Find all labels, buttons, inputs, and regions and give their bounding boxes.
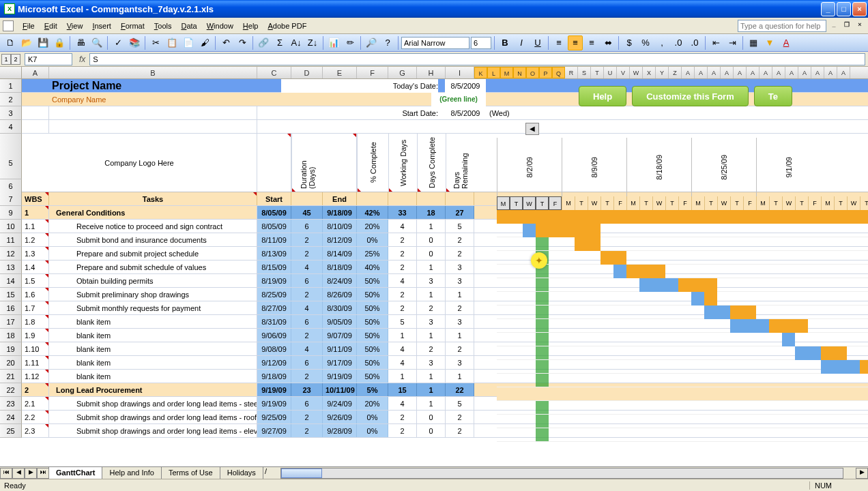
col-header-narrow-1[interactable]: L xyxy=(487,67,500,78)
mdi-minimize-button[interactable]: _ xyxy=(828,21,839,31)
col-header-narrow-27[interactable]: A xyxy=(824,67,837,78)
col-header-E[interactable]: E xyxy=(323,67,357,78)
outline-level-1[interactable]: 1 xyxy=(1,54,11,65)
menu-view[interactable]: View xyxy=(62,20,88,32)
font-size-select[interactable] xyxy=(471,37,491,49)
align-center-icon[interactable]: ≡ xyxy=(568,35,583,50)
menu-insert[interactable]: Insert xyxy=(87,20,116,32)
grid-main[interactable]: Project Name Today's Date: 8/5/2009 Comp… xyxy=(22,79,868,438)
scroll-thumb[interactable] xyxy=(281,468,322,478)
gantt-dow-cell[interactable]: F xyxy=(743,196,756,210)
gantt-dow-cell[interactable]: T xyxy=(834,196,847,210)
gantt-dow-cell[interactable]: M xyxy=(821,196,834,210)
help-button[interactable]: Help xyxy=(579,86,626,106)
gantt-dow-cell[interactable]: T xyxy=(795,196,808,210)
print-preview-icon[interactable]: 🔍 xyxy=(89,35,104,50)
col-header-narrow-26[interactable]: A xyxy=(811,67,824,78)
cut-icon[interactable]: ✂ xyxy=(148,35,163,50)
row-header-14[interactable]: 14 xyxy=(0,274,22,288)
gantt-dow-cell[interactable]: W xyxy=(847,196,860,210)
gantt-dow-cell[interactable]: T xyxy=(769,196,782,210)
gantt-dow-cell[interactable]: W xyxy=(782,196,795,210)
row-header-10[interactable]: 10 xyxy=(0,220,22,233)
col-header-H[interactable]: H xyxy=(417,67,446,78)
col-header-narrow-17[interactable]: A xyxy=(695,67,708,78)
gantt-dow-cell[interactable]: T xyxy=(665,196,678,210)
save-icon[interactable]: 💾 xyxy=(35,35,50,50)
row-header-23[interactable]: 23 xyxy=(0,397,22,411)
copy-icon[interactable]: 📋 xyxy=(164,35,179,50)
row-header-3[interactable]: 3 xyxy=(0,106,22,120)
row-header-13[interactable]: 13 xyxy=(0,261,22,274)
fill-color-icon[interactable]: ▼ xyxy=(762,35,777,50)
col-header-B[interactable]: B xyxy=(49,67,257,78)
row-header-11[interactable]: 11 xyxy=(0,233,22,247)
sheet-tab-help-and-info[interactable]: Help and Info xyxy=(102,467,161,479)
customize-form-button[interactable]: Customize this Form xyxy=(632,86,749,106)
spelling-icon[interactable]: ✓ xyxy=(111,35,126,50)
zoom-icon[interactable]: 🔎 xyxy=(364,35,379,50)
col-header-G[interactable]: G xyxy=(388,67,417,78)
gantt-dow-cell[interactable]: T xyxy=(575,196,588,210)
row-header-16[interactable]: 16 xyxy=(0,301,22,315)
borders-icon[interactable]: ▦ xyxy=(746,35,761,50)
underline-icon[interactable]: U xyxy=(530,35,545,50)
italic-icon[interactable]: I xyxy=(514,35,529,50)
col-header-narrow-8[interactable]: S xyxy=(578,67,591,78)
col-header-narrow-19[interactable]: A xyxy=(721,67,734,78)
row-header-9[interactable]: 9 xyxy=(0,206,22,220)
decrease-indent-icon[interactable]: ⇤ xyxy=(708,35,723,50)
row-header-21[interactable]: 21 xyxy=(0,370,22,383)
menu-window[interactable]: Window xyxy=(202,20,238,32)
gantt-dow-cell[interactable]: T xyxy=(536,196,549,210)
mdi-close-button[interactable]: × xyxy=(854,21,865,31)
menu-file[interactable]: File xyxy=(18,20,40,32)
scroll-right-button[interactable]: ▶ xyxy=(856,468,868,479)
format-painter-icon[interactable]: 🖌 xyxy=(197,35,212,50)
permission-icon[interactable]: 🔒 xyxy=(52,35,67,50)
tab-nav-prev[interactable]: ◀ xyxy=(12,468,25,479)
research-icon[interactable]: 📚 xyxy=(127,35,142,50)
sheet-tab-terms-of-use[interactable]: Terms of Use xyxy=(161,467,220,479)
col-header-narrow-18[interactable]: A xyxy=(708,67,721,78)
open-icon[interactable]: 📂 xyxy=(19,35,34,50)
row-header-2[interactable]: 2 xyxy=(0,93,22,106)
gantt-dow-cell[interactable]: F xyxy=(613,196,626,210)
row-header-18[interactable]: 18 xyxy=(0,329,22,342)
currency-icon[interactable]: $ xyxy=(622,35,637,50)
col-header-narrow-28[interactable]: A xyxy=(837,67,850,78)
row-header-22[interactable]: 22 xyxy=(0,383,22,397)
col-header-narrow-16[interactable]: A xyxy=(682,67,695,78)
col-header-D[interactable]: D xyxy=(291,67,323,78)
col-header-C[interactable]: C xyxy=(257,67,291,78)
row-header-12[interactable]: 12 xyxy=(0,247,22,261)
gantt-dow-cell[interactable]: M xyxy=(626,196,639,210)
gantt-dow-cell[interactable]: T xyxy=(639,196,652,210)
gantt-dow-cell[interactable]: W xyxy=(652,196,665,210)
col-header-narrow-21[interactable]: A xyxy=(747,67,760,78)
company-logo-cell[interactable]: Company Logo Here xyxy=(22,134,257,192)
undo-icon[interactable]: ↶ xyxy=(218,35,233,50)
chart-wizard-icon[interactable]: 📊 xyxy=(326,35,341,50)
maximize-button[interactable]: □ xyxy=(837,2,851,16)
col-header-narrow-11[interactable]: V xyxy=(617,67,630,78)
row-header-17[interactable]: 17 xyxy=(0,315,22,329)
drawing-icon[interactable]: ✏ xyxy=(343,35,358,50)
font-color-icon[interactable]: A xyxy=(779,35,794,50)
col-header-narrow-13[interactable]: X xyxy=(643,67,656,78)
redo-icon[interactable]: ↷ xyxy=(235,35,250,50)
gantt-dow-cell[interactable]: F xyxy=(678,196,691,210)
merge-center-icon[interactable]: ⬌ xyxy=(601,35,616,50)
tab-nav-last[interactable]: ⏭ xyxy=(37,468,49,479)
gantt-dow-cell[interactable]: M xyxy=(497,196,510,210)
gantt-dow-cell[interactable]: M xyxy=(562,196,575,210)
row-header-19[interactable]: 19 xyxy=(0,342,22,356)
gantt-dow-cell[interactable]: F xyxy=(808,196,821,210)
gantt-dow-cell[interactable]: M xyxy=(756,196,769,210)
sheet-tab-ganttchart[interactable]: GanttChart xyxy=(48,467,102,479)
gantt-dow-cell[interactable]: T xyxy=(510,196,523,210)
new-icon[interactable]: 🗋 xyxy=(3,35,18,50)
mdi-restore-button[interactable]: ❐ xyxy=(841,21,852,31)
close-button[interactable]: × xyxy=(852,2,867,16)
bold-icon[interactable]: B xyxy=(497,35,512,50)
